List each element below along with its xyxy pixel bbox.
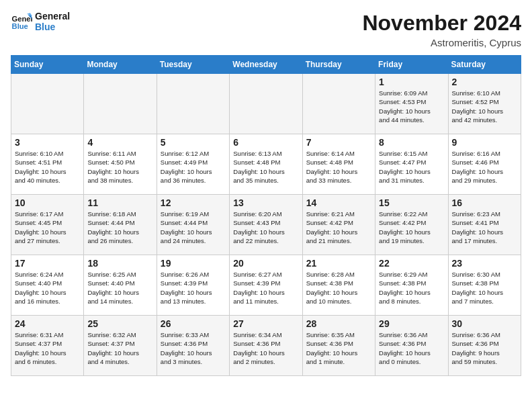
day-number: 6 <box>233 137 298 148</box>
empty-cell <box>157 74 229 134</box>
day-cell-2: 2Sunrise: 6:10 AM Sunset: 4:52 PM Daylig… <box>448 74 521 134</box>
day-info: Sunrise: 6:16 AM Sunset: 4:46 PM Dayligh… <box>452 149 517 185</box>
title-area: November 2024 Astromeritis, Cyprus <box>362 11 521 48</box>
day-info: Sunrise: 6:34 AM Sunset: 4:36 PM Dayligh… <box>233 330 298 366</box>
day-number: 13 <box>233 197 298 208</box>
weekday-header-sunday: Sunday <box>11 56 84 74</box>
day-cell-9: 9Sunrise: 6:16 AM Sunset: 4:46 PM Daylig… <box>448 134 521 195</box>
week-row-4: 17Sunrise: 6:24 AM Sunset: 4:40 PM Dayli… <box>11 255 521 316</box>
empty-cell <box>11 74 84 134</box>
day-cell-27: 27Sunrise: 6:34 AM Sunset: 4:36 PM Dayli… <box>230 316 302 376</box>
day-info: Sunrise: 6:28 AM Sunset: 4:38 PM Dayligh… <box>306 270 371 306</box>
day-number: 24 <box>15 318 80 329</box>
weekday-header-wednesday: Wednesday <box>230 56 302 74</box>
week-row-2: 3Sunrise: 6:10 AM Sunset: 4:51 PM Daylig… <box>11 134 521 195</box>
day-number: 23 <box>452 258 517 269</box>
day-info: Sunrise: 6:13 AM Sunset: 4:48 PM Dayligh… <box>233 149 298 185</box>
day-info: Sunrise: 6:32 AM Sunset: 4:37 PM Dayligh… <box>87 330 152 366</box>
day-cell-11: 11Sunrise: 6:18 AM Sunset: 4:44 PM Dayli… <box>84 195 157 255</box>
day-number: 30 <box>452 318 517 329</box>
weekday-header-friday: Friday <box>375 56 448 74</box>
week-row-5: 24Sunrise: 6:31 AM Sunset: 4:37 PM Dayli… <box>11 316 521 376</box>
day-number: 11 <box>87 197 152 208</box>
day-info: Sunrise: 6:14 AM Sunset: 4:48 PM Dayligh… <box>306 149 371 185</box>
day-number: 19 <box>161 258 226 269</box>
day-cell-25: 25Sunrise: 6:32 AM Sunset: 4:37 PM Dayli… <box>84 316 157 376</box>
day-cell-5: 5Sunrise: 6:12 AM Sunset: 4:49 PM Daylig… <box>157 134 229 195</box>
day-cell-23: 23Sunrise: 6:30 AM Sunset: 4:38 PM Dayli… <box>448 255 521 316</box>
day-number: 1 <box>379 77 444 87</box>
day-number: 26 <box>161 318 226 329</box>
day-info: Sunrise: 6:27 AM Sunset: 4:39 PM Dayligh… <box>233 270 298 306</box>
day-info: Sunrise: 6:10 AM Sunset: 4:52 PM Dayligh… <box>452 89 517 124</box>
day-info: Sunrise: 6:18 AM Sunset: 4:44 PM Dayligh… <box>87 210 152 245</box>
day-cell-15: 15Sunrise: 6:22 AM Sunset: 4:42 PM Dayli… <box>375 195 448 255</box>
day-cell-30: 30Sunrise: 6:36 AM Sunset: 4:36 PM Dayli… <box>448 316 521 376</box>
day-info: Sunrise: 6:30 AM Sunset: 4:38 PM Dayligh… <box>452 270 517 306</box>
day-info: Sunrise: 6:24 AM Sunset: 4:40 PM Dayligh… <box>15 270 80 306</box>
day-info: Sunrise: 6:23 AM Sunset: 4:41 PM Dayligh… <box>452 210 517 245</box>
day-info: Sunrise: 6:21 AM Sunset: 4:42 PM Dayligh… <box>306 210 371 245</box>
day-number: 25 <box>87 318 152 329</box>
day-cell-4: 4Sunrise: 6:11 AM Sunset: 4:50 PM Daylig… <box>84 134 157 195</box>
day-info: Sunrise: 6:35 AM Sunset: 4:36 PM Dayligh… <box>306 330 371 366</box>
day-info: Sunrise: 6:36 AM Sunset: 4:36 PM Dayligh… <box>452 330 517 366</box>
empty-cell <box>230 74 302 134</box>
day-info: Sunrise: 6:33 AM Sunset: 4:36 PM Dayligh… <box>161 330 226 366</box>
page-header: General Blue General Blue November 2024 … <box>11 11 521 48</box>
day-number: 8 <box>379 137 444 148</box>
day-cell-21: 21Sunrise: 6:28 AM Sunset: 4:38 PM Dayli… <box>302 255 375 316</box>
logo: General Blue General Blue <box>11 11 70 32</box>
day-info: Sunrise: 6:11 AM Sunset: 4:50 PM Dayligh… <box>87 149 152 185</box>
day-number: 16 <box>452 197 517 208</box>
day-cell-1: 1Sunrise: 6:09 AM Sunset: 4:53 PM Daylig… <box>375 74 448 134</box>
day-number: 15 <box>379 197 444 208</box>
day-cell-10: 10Sunrise: 6:17 AM Sunset: 4:45 PM Dayli… <box>11 195 84 255</box>
day-cell-12: 12Sunrise: 6:19 AM Sunset: 4:44 PM Dayli… <box>157 195 229 255</box>
day-cell-19: 19Sunrise: 6:26 AM Sunset: 4:39 PM Dayli… <box>157 255 229 316</box>
day-info: Sunrise: 6:20 AM Sunset: 4:43 PM Dayligh… <box>233 210 298 245</box>
day-cell-17: 17Sunrise: 6:24 AM Sunset: 4:40 PM Dayli… <box>11 255 84 316</box>
empty-cell <box>302 74 375 134</box>
month-year: November 2024 <box>362 11 521 36</box>
day-number: 28 <box>306 318 371 329</box>
weekday-header-thursday: Thursday <box>302 56 375 74</box>
day-cell-26: 26Sunrise: 6:33 AM Sunset: 4:36 PM Dayli… <box>157 316 229 376</box>
day-cell-18: 18Sunrise: 6:25 AM Sunset: 4:40 PM Dayli… <box>84 255 157 316</box>
day-info: Sunrise: 6:31 AM Sunset: 4:37 PM Dayligh… <box>15 330 80 366</box>
location: Astromeritis, Cyprus <box>362 37 521 48</box>
day-cell-14: 14Sunrise: 6:21 AM Sunset: 4:42 PM Dayli… <box>302 195 375 255</box>
day-info: Sunrise: 6:29 AM Sunset: 4:38 PM Dayligh… <box>379 270 444 306</box>
day-cell-24: 24Sunrise: 6:31 AM Sunset: 4:37 PM Dayli… <box>11 316 84 376</box>
day-info: Sunrise: 6:19 AM Sunset: 4:44 PM Dayligh… <box>161 210 226 245</box>
day-number: 20 <box>233 258 298 269</box>
day-number: 17 <box>15 258 80 269</box>
day-info: Sunrise: 6:36 AM Sunset: 4:36 PM Dayligh… <box>379 330 444 366</box>
day-number: 7 <box>306 137 371 148</box>
day-cell-3: 3Sunrise: 6:10 AM Sunset: 4:51 PM Daylig… <box>11 134 84 195</box>
day-info: Sunrise: 6:17 AM Sunset: 4:45 PM Dayligh… <box>15 210 80 245</box>
day-cell-6: 6Sunrise: 6:13 AM Sunset: 4:48 PM Daylig… <box>230 134 302 195</box>
day-info: Sunrise: 6:09 AM Sunset: 4:53 PM Dayligh… <box>379 89 444 124</box>
day-cell-13: 13Sunrise: 6:20 AM Sunset: 4:43 PM Dayli… <box>230 195 302 255</box>
logo-general: General <box>35 11 70 21</box>
day-number: 29 <box>379 318 444 329</box>
day-number: 9 <box>452 137 517 148</box>
week-row-1: 1Sunrise: 6:09 AM Sunset: 4:53 PM Daylig… <box>11 74 521 134</box>
day-cell-16: 16Sunrise: 6:23 AM Sunset: 4:41 PM Dayli… <box>448 195 521 255</box>
day-info: Sunrise: 6:25 AM Sunset: 4:40 PM Dayligh… <box>87 270 152 306</box>
day-number: 2 <box>452 77 517 87</box>
weekday-header-monday: Monday <box>84 56 157 74</box>
weekday-header-row: SundayMondayTuesdayWednesdayThursdayFrid… <box>11 56 521 74</box>
day-info: Sunrise: 6:22 AM Sunset: 4:42 PM Dayligh… <box>379 210 444 245</box>
day-number: 14 <box>306 197 371 208</box>
empty-cell <box>84 74 157 134</box>
logo-blue: Blue <box>35 21 70 32</box>
weekday-header-saturday: Saturday <box>448 56 521 74</box>
day-cell-22: 22Sunrise: 6:29 AM Sunset: 4:38 PM Dayli… <box>375 255 448 316</box>
day-number: 10 <box>15 197 80 208</box>
day-number: 3 <box>15 137 80 148</box>
day-cell-7: 7Sunrise: 6:14 AM Sunset: 4:48 PM Daylig… <box>302 134 375 195</box>
week-row-3: 10Sunrise: 6:17 AM Sunset: 4:45 PM Dayli… <box>11 195 521 255</box>
day-info: Sunrise: 6:10 AM Sunset: 4:51 PM Dayligh… <box>15 149 80 185</box>
